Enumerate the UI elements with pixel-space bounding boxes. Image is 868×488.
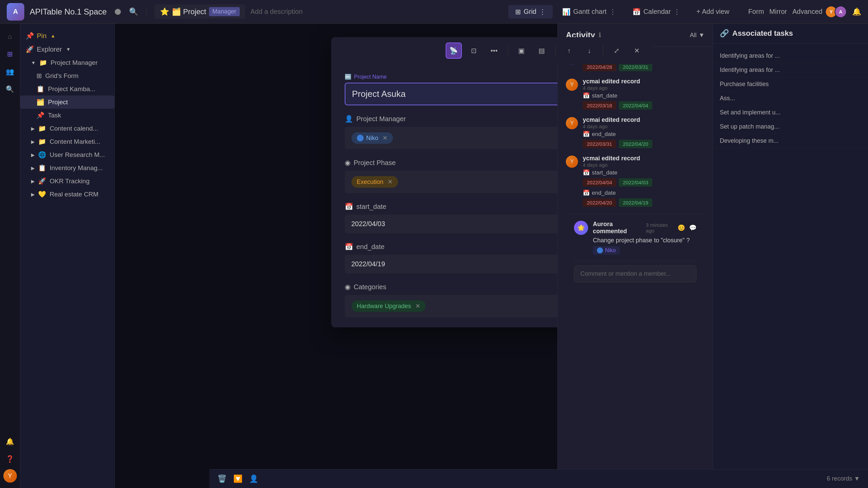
filter-icon[interactable]: 🔽 (233, 475, 242, 483)
separator (146, 6, 147, 17)
assoc-item-2[interactable]: Purchase facilities (713, 77, 868, 91)
toolbar-separator-3 (603, 45, 603, 56)
manager-tag-close[interactable]: ✕ (383, 134, 388, 142)
records-count[interactable]: 6 records ▼ (827, 475, 860, 482)
sidebar-item-project[interactable]: 🗂️ Project (20, 96, 114, 109)
more-button[interactable]: ••• (486, 43, 502, 59)
top-nav: A APITable No.1 Space 🔍 ⭐ 🗂️ Project Man… (0, 0, 868, 24)
hardware-tag-close[interactable]: ✕ (415, 302, 420, 310)
mirror-label[interactable]: Mirror (769, 8, 787, 16)
sidebar-item-task[interactable]: 📌 Task (20, 109, 114, 122)
sidebar-item-inventory[interactable]: ▶ 📋 Inventory Manag... (20, 161, 114, 174)
new-date-2: 2022/04/04 (619, 101, 652, 110)
sidebar-chevron-project-manager: ▼ (31, 60, 36, 65)
space-name: APITable No.1 Space (30, 7, 107, 17)
members-icon[interactable]: 👥 (3, 64, 18, 79)
help-icon[interactable]: ❓ (3, 452, 18, 466)
sidebar-project-kamba-label: Project Kamba... (48, 85, 95, 93)
sidebar-item-real-estate[interactable]: ▶ 💛 Real estate CRM (20, 188, 114, 201)
end-date-icon: 📅 (345, 243, 353, 251)
sidebar-item-project-manager[interactable]: ▼ 📁 Project Manager (20, 56, 114, 69)
comment-input[interactable]: Comment or mention a member... (574, 265, 696, 282)
pin-header[interactable]: 📌 Pin ▲ (20, 29, 114, 43)
right-panel: 🔗 Associated tasks Identifying areas for… (713, 24, 868, 488)
rss-button[interactable]: 📡 (446, 43, 462, 59)
assoc-item-5[interactable]: Set up patch manag... (713, 120, 868, 134)
user-avatar-nav[interactable]: Y (3, 469, 17, 483)
comment-user: Aurora commented (593, 221, 642, 235)
share-icon[interactable]: 👤 (249, 475, 258, 483)
search-icon[interactable]: 🔍 (129, 7, 138, 16)
sidebar-item-project-kamba[interactable]: 📋 Project Kamba... (20, 82, 114, 96)
tab-calendar-more[interactable]: ⋮ (674, 8, 680, 16)
new-date-3: 2022/04/20 (619, 140, 652, 148)
sidebar-item-grids-form[interactable]: ⊞ Grid's Form (20, 69, 114, 82)
assoc-item-6[interactable]: Developing these m... (713, 134, 868, 148)
old-date-4b: 2022/04/20 (583, 198, 616, 207)
search-nav-icon[interactable]: 🔍 (3, 82, 18, 97)
old-date-2: 2022/03/18 (583, 101, 616, 110)
date-tags-4a: 2022/04/04 2022/04/03 (583, 178, 705, 187)
view-tabs: ⊞ Grid ⋮ 📊 Gantt chart ⋮ 📅 Calendar ⋮ + … (508, 5, 736, 19)
comment-user-row: Aurora commented 3 minutes ago 😊 💬 (593, 221, 696, 235)
right-panel-title: 🔗 Associated tasks (720, 29, 793, 38)
trash-icon[interactable]: 🗑️ (217, 475, 227, 483)
comment-mention-tag: Niko (593, 246, 620, 255)
tab-grid[interactable]: ⊞ Grid ⋮ (508, 5, 553, 19)
tab-gantt[interactable]: 📊 Gantt chart ⋮ (555, 5, 623, 19)
sidebar-item-content-calendar[interactable]: ▶ 📁 Content calend... (20, 122, 114, 135)
comment-actions[interactable]: 😊 💬 (678, 224, 696, 232)
add-description[interactable]: Add a description (251, 8, 303, 16)
okr-icon: 🚀 (38, 177, 46, 185)
assoc-item-0[interactable]: Identifying areas for ... (713, 49, 868, 63)
sidebar-chevron-content-mkt: ▶ (31, 139, 35, 144)
maximize-button[interactable]: ⤢ (609, 43, 625, 59)
assoc-item-3[interactable]: Ass... (713, 91, 868, 106)
project-tab[interactable]: ⭐ 🗂️ Project Manager (155, 4, 245, 19)
comment-body: Aurora commented 3 minutes ago 😊 💬 Chang… (593, 221, 696, 255)
form-label[interactable]: Form (748, 8, 764, 16)
add-view-btn[interactable]: + Add view (690, 5, 736, 19)
field-name-label-4b: end_date (592, 190, 616, 196)
activity-user-4: ycmai edited record (583, 155, 705, 162)
user-avatar-entry-4: Y (566, 156, 578, 168)
up-button[interactable]: ↑ (561, 43, 577, 59)
explorer-header[interactable]: 🚀 Explorer ▼ (20, 43, 114, 56)
phase-tag: Execution ✕ (351, 176, 398, 188)
expand-button[interactable]: ⊡ (466, 43, 482, 59)
field-cal-icon-4b: 📅 (583, 189, 590, 196)
field-name-label-4a: start_date (592, 169, 617, 176)
sidebar-item-content-marketing[interactable]: ▶ 📁 Content Marketi... (20, 135, 114, 148)
grids-form-icon: ⊞ (36, 72, 42, 80)
sidebar-item-okr[interactable]: ▶ 🚀 OKR Tracking (20, 174, 114, 188)
comment-time: 3 minutes ago (646, 222, 674, 234)
sidebar-item-user-research[interactable]: ▶ 🌐 User Research M... (20, 148, 114, 161)
assoc-item-4[interactable]: Set and implement u... (713, 106, 868, 120)
associated-list: Identifying areas for ... Identifying ar… (713, 44, 868, 154)
pin-chevron: ▲ (51, 33, 55, 38)
avatar-group: Y A (828, 6, 847, 18)
reply-icon[interactable]: 💬 (689, 224, 696, 232)
phase-tag-close[interactable]: ✕ (388, 178, 393, 186)
notification-icon[interactable]: 🔔 (852, 7, 861, 16)
activity-filter[interactable]: All ▼ (690, 32, 705, 39)
layout1-button[interactable]: ▣ (514, 43, 530, 59)
activity-time-4: 4 days ago (583, 162, 705, 168)
emoji-icon[interactable]: 😊 (678, 224, 685, 232)
manager-tag: Niko ✕ (351, 132, 393, 144)
tab-calendar[interactable]: 📅 Calendar ⋮ (626, 5, 687, 19)
down-button[interactable]: ↓ (581, 43, 598, 59)
layout2-button[interactable]: ▤ (534, 43, 550, 59)
field-name-tag-3: 📅 end_date (583, 131, 705, 138)
tab-grid-more[interactable]: ⋮ (539, 8, 546, 16)
calendar-icon: 📅 (632, 8, 641, 16)
home-icon[interactable]: ⌂ (3, 29, 18, 44)
tab-gantt-label: Gantt chart (573, 8, 607, 16)
notifications-nav-icon[interactable]: 🔔 (3, 434, 18, 449)
advanced-label[interactable]: Advanced (792, 8, 822, 16)
grid-nav-icon[interactable]: ⊞ (3, 47, 18, 61)
close-button[interactable]: ✕ (629, 43, 645, 59)
add-view-label: + Add view (696, 8, 729, 16)
assoc-item-1[interactable]: Identifying areas for ... (713, 63, 868, 77)
tab-gantt-more[interactable]: ⋮ (609, 8, 616, 16)
